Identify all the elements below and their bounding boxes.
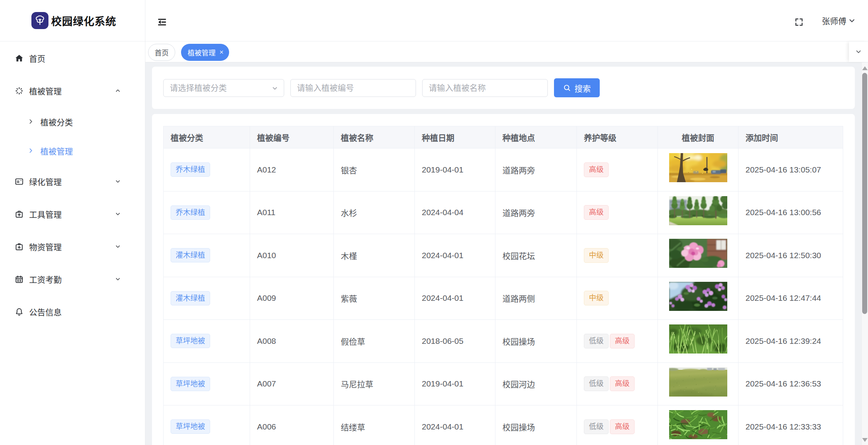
sidebar-menu: 首页 植被管理 植被分类	[0, 41, 145, 328]
search-button[interactable]: 搜索	[554, 78, 600, 97]
code-input[interactable]	[291, 79, 416, 97]
cell-code: A010	[250, 234, 334, 277]
plant-photo-ginkgo[interactable]	[669, 153, 727, 182]
cell-added-time: 2025-04-16 12:39:24	[739, 320, 843, 363]
col-header-added-time: 添加时间	[739, 126, 843, 148]
plant-photo-crape-myrtle[interactable]	[669, 282, 727, 311]
sidebar-item-greening[interactable]: 绿化管理	[0, 165, 145, 198]
cell-plant-date: 2019-04-01	[415, 148, 495, 191]
app-logo-icon	[31, 12, 48, 29]
col-header-name: 植被名称	[334, 126, 415, 148]
cell-plant-date: 2024-04-01	[415, 405, 495, 445]
level-tag: 中级	[584, 248, 609, 263]
cell-added-time: 2025-04-16 12:47:44	[739, 277, 843, 320]
cell-level: 低级高级	[577, 405, 658, 445]
cell-code: A007	[250, 362, 334, 405]
supplies-icon	[15, 242, 24, 251]
cell-level: 中级	[577, 234, 658, 277]
sidebar-item-payroll[interactable]: 工资考勤	[0, 263, 145, 295]
scrollbar-thumb[interactable]	[862, 73, 867, 314]
cell-name: 木槿	[334, 234, 415, 277]
chevron-down-icon	[114, 178, 121, 185]
cell-cover	[658, 234, 739, 277]
chevron-down-icon	[114, 210, 121, 217]
scrollbar-up-arrow[interactable]	[862, 63, 868, 73]
col-header-category: 植被分类	[164, 126, 250, 148]
cell-level: 低级高级	[577, 362, 658, 405]
table-row: 草坪地被 A006 结缕草 2024-04-01 校园操场 低级高级	[164, 405, 843, 445]
level-tag: 低级	[584, 334, 609, 348]
name-input[interactable]	[423, 79, 547, 97]
sidebar-fold-icon[interactable]	[157, 17, 167, 27]
scrollbar-down-arrow[interactable]	[862, 435, 868, 445]
col-header-location: 种植地点	[495, 126, 577, 148]
col-header-code: 植被编号	[250, 126, 334, 148]
app-root: 校园绿化系统 首页 植被管理	[0, 0, 868, 445]
cell-cover	[658, 362, 739, 405]
cell-code: A012	[250, 148, 334, 191]
cell-level: 中级	[577, 277, 658, 320]
table-row: 草坪地被 A007 马尼拉草 2019-04-01 校园河边 低级高级 202	[164, 362, 843, 405]
cell-added-time: 2025-04-16 13:05:07	[739, 148, 843, 191]
fullscreen-icon[interactable]	[794, 17, 804, 27]
search-button-label: 搜索	[575, 82, 591, 94]
plant-photo-metasequoia[interactable]	[669, 196, 727, 225]
chevron-right-icon	[28, 119, 34, 124]
cell-category: 乔木绿植	[164, 191, 250, 234]
plant-photo-hibiscus[interactable]	[669, 239, 727, 268]
code-field[interactable]	[290, 79, 416, 97]
tab-label: 植被管理	[188, 47, 216, 57]
sidebar-item-label: 植被管理	[29, 85, 62, 97]
plant-photo-grass-blades[interactable]	[669, 324, 727, 354]
app-title: 校园绿化系统	[51, 13, 116, 28]
level-tag: 高级	[610, 419, 635, 434]
table-panel: 植被分类 植被编号 植被名称 种植日期 种植地点 养护等级 植被封面 添加时间	[152, 114, 855, 445]
sidebar-subitem-label: 植被管理	[40, 145, 73, 157]
table-row: 灌木绿植 A010 木槿 2024-04-01 校园花坛 中级	[164, 234, 843, 277]
sidebar-item-label: 物资管理	[29, 241, 62, 252]
sidebar-subitem-vegetation-category[interactable]: 植被分类	[0, 107, 145, 136]
category-select-input[interactable]	[164, 79, 284, 97]
category-tag: 草坪地被	[171, 419, 210, 434]
cell-plant-date: 2019-04-01	[415, 362, 495, 405]
category-tag: 灌木绿植	[171, 248, 210, 262]
sidebar-item-home[interactable]: 首页	[0, 42, 145, 74]
plant-photo-zoysia[interactable]	[669, 410, 727, 439]
cell-code: A009	[250, 277, 334, 320]
postcard-icon	[15, 177, 24, 186]
sidebar-item-tools[interactable]: 工具管理	[0, 198, 145, 230]
category-select[interactable]	[163, 79, 284, 97]
level-tag: 高级	[610, 334, 635, 348]
sidebar-item-supplies[interactable]: 物资管理	[0, 230, 145, 263]
plant-photo-lawn[interactable]	[669, 367, 727, 397]
cell-cover	[658, 277, 739, 320]
user-menu[interactable]: 张师傅	[822, 15, 856, 26]
tab-home[interactable]: 首页	[148, 44, 175, 61]
level-tag: 高级	[584, 205, 609, 220]
tab-label: 首页	[155, 47, 169, 57]
tab-vegetation-manage[interactable]: 植被管理	[181, 44, 229, 61]
cell-code: A006	[250, 405, 334, 445]
sidebar-subitem-vegetation-manage[interactable]: 植被管理	[0, 136, 145, 165]
cell-plant-date: 2018-06-05	[415, 320, 495, 363]
vegetation-table: 植被分类 植被编号 植被名称 种植日期 种植地点 养护等级 植被封面 添加时间	[163, 126, 843, 445]
tabs-overflow-button[interactable]	[849, 41, 868, 62]
cell-added-time: 2025-04-16 12:36:53	[739, 362, 843, 405]
sidebar-item-announcements[interactable]: 公告信息	[0, 295, 145, 328]
name-field[interactable]	[422, 79, 548, 97]
cell-location: 校园花坛	[495, 234, 577, 277]
category-tag: 草坪地被	[171, 334, 210, 348]
cell-location: 道路两旁	[495, 191, 577, 234]
sidebar-item-vegetation[interactable]: 植被管理	[0, 74, 145, 107]
level-tag: 中级	[584, 291, 609, 305]
cell-cover	[658, 148, 739, 191]
close-icon[interactable]	[219, 50, 224, 55]
table-row: 草坪地被 A008 假俭草 2018-06-05 校园操场 低级高级 2025-…	[164, 320, 843, 363]
cell-level: 低级高级	[577, 320, 658, 363]
topbar-right: 张师傅	[794, 15, 856, 26]
cell-name: 假俭草	[334, 320, 415, 363]
level-tag: 高级	[584, 162, 609, 177]
cell-location: 道路两旁	[495, 148, 577, 191]
search-panel: 搜索	[152, 67, 855, 109]
cell-plant-date: 2024-04-01	[415, 277, 495, 320]
